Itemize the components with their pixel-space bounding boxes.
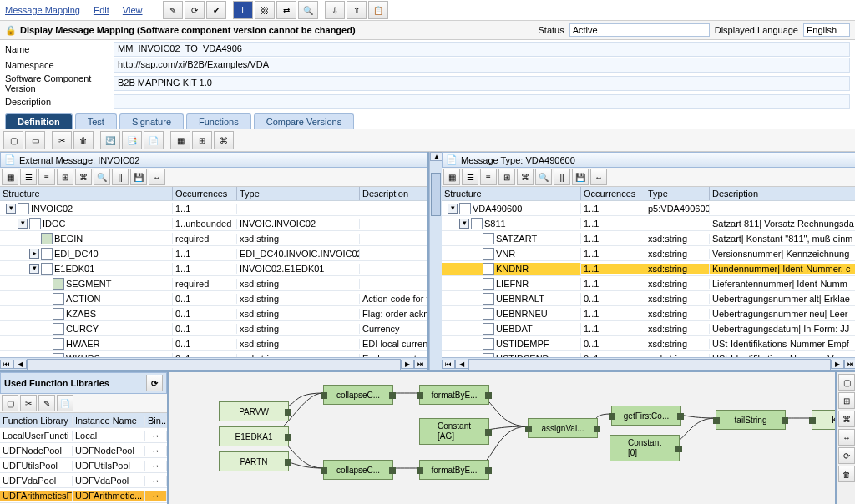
export-icon[interactable]: ⇩ (325, 1, 345, 19)
tgt-tb-1[interactable]: ▦ (443, 169, 460, 185)
lib-rows[interactable]: LocalUserFunctiLocal↔UDFNodePoolUDFNodeP… (0, 428, 167, 504)
menu-view[interactable]: View (123, 5, 143, 15)
refresh-icon[interactable]: ⟳ (185, 1, 205, 19)
tgt-tb-4[interactable]: ⊞ (498, 169, 515, 185)
binding-icon[interactable]: ↔ (151, 476, 160, 486)
src-tb-1[interactable]: ▦ (2, 169, 18, 185)
target-tree[interactable]: ▾ VDA4906001..1p5:VDA490600▾ S8111..1Sat… (442, 201, 855, 357)
tree-row-begin[interactable]: BEGINrequiredxsd:string (0, 231, 428, 246)
tab-test[interactable]: Test (75, 113, 117, 129)
node-format-2[interactable]: formatByE... (419, 460, 489, 480)
tree-row-edi_dc40[interactable]: ▸ EDI_DC401..1EDI_DC40.INVOIC.INVOIC02 (0, 246, 428, 261)
lib-row-localuserfuncti[interactable]: LocalUserFunctiLocal↔ (0, 428, 167, 443)
tgt-tb-3[interactable]: ≡ (480, 169, 497, 185)
tree-row-idoc[interactable]: ▾ IDOC1..unboundedINVOIC.INVOIC02 (0, 216, 428, 231)
tb-delete-icon[interactable]: ▭ (25, 131, 45, 149)
node-e1edka1[interactable]: E1EDKA1 (219, 426, 289, 446)
src-tb-3[interactable]: ≡ (38, 169, 55, 185)
tree-toggle[interactable]: ▾ (448, 204, 458, 214)
tree-row-segment[interactable]: SEGMENTrequiredxsd:string (0, 276, 428, 291)
src-tb-9[interactable]: ↔ (149, 169, 165, 185)
lib-cycle-icon[interactable]: ⟳ (146, 375, 163, 391)
src-tb-2[interactable]: ☰ (20, 169, 37, 185)
src-tb-7[interactable]: || (112, 169, 129, 185)
menu-edit[interactable]: Edit (94, 5, 109, 15)
tgt-tb-7[interactable]: || (554, 169, 570, 185)
tree-row-wkurs[interactable]: WKURS0..1xsd:stringExchange rate (0, 351, 428, 357)
tree-row-ustidempf[interactable]: USTIDEMPF0..1xsd:stringUSt-Identifikatio… (442, 336, 855, 351)
binding-icon[interactable]: ↔ (151, 461, 160, 471)
mapping-canvas[interactable]: PARVW E1EDKA1 PARTN collapseC... collaps… (169, 372, 835, 504)
source-tree[interactable]: ▾ INVOIC021..1▾ IDOC1..unboundedINVOIC.I… (0, 201, 428, 357)
tb-create-icon[interactable]: ▢ (3, 131, 23, 149)
tree-row-uebnralt[interactable]: UEBNRALT0..1xsd:stringUebertragungsnumme… (442, 291, 855, 306)
import-icon[interactable]: ⇧ (347, 1, 367, 19)
lib-del-icon[interactable]: ✂ (20, 395, 37, 411)
node-partn[interactable]: PARTN (219, 451, 289, 471)
tree-row-uebdat[interactable]: UEBDAT1..1xsd:stringUebertragungsdatum| … (442, 321, 855, 336)
ct-2[interactable]: ⊞ (838, 392, 855, 409)
tgt-tb-6[interactable]: 🔍 (535, 169, 552, 185)
binding-icon[interactable]: ↔ (151, 431, 160, 441)
binding-icon[interactable]: ↔ (151, 446, 160, 456)
tgt-tb-5[interactable]: ⌘ (517, 169, 534, 185)
tree-row-action[interactable]: ACTION0..1xsd:stringAction code for the … (0, 291, 428, 306)
target-hscroll[interactable]: ⏮◀▶⏭ (442, 357, 855, 370)
node-parvw[interactable]: PARVW (219, 401, 289, 421)
tb-copy-icon[interactable]: 📑 (122, 131, 142, 149)
tree-toggle[interactable]: ▾ (6, 204, 16, 214)
tree-row-vnr[interactable]: VNR1..1xsd:stringVersionsnummer| Kennzei… (442, 246, 855, 261)
tree-row-s811[interactable]: ▾ S8111..1Satzart 811| Vorsatz Rechnungs… (442, 216, 855, 231)
lib-ed-icon[interactable]: ✎ (38, 395, 55, 411)
source-hscroll[interactable]: ⏮◀▶⏭ (0, 357, 428, 370)
tree-toggle[interactable]: ▸ (29, 249, 39, 259)
lib-doc-icon[interactable]: 📄 (57, 395, 73, 411)
lib-row-udfnodepool[interactable]: UDFNodePoolUDFNodePool↔ (0, 443, 167, 458)
tree-row-hwaer[interactable]: HWAER0..1xsd:stringEDI local currency (0, 336, 428, 351)
tree-toggle[interactable]: ▾ (29, 264, 39, 274)
tree-row-kndnr[interactable]: KNDNR1..1xsd:stringKundennummer| Ident-N… (442, 261, 855, 276)
node-kndnr[interactable]: KNDNR (812, 410, 835, 430)
tree-row-curcy[interactable]: CURCY0..1xsd:stringCurrency (0, 321, 428, 336)
tree-row-e1edk01[interactable]: ▾ E1EDK011..1INVOIC02.E1EDK01 (0, 261, 428, 276)
tree-row-satzart[interactable]: SATZART1..1xsd:stringSatzart| Konstant "… (442, 231, 855, 246)
tb-tree-icon[interactable]: ⊞ (192, 131, 212, 149)
node-constant-ag[interactable]: Constant [AG] (419, 418, 489, 445)
source-vscroll[interactable]: ▲ (429, 152, 442, 370)
lib-row-udfvdapool[interactable]: UDFVdaPoolUDFVdaPool↔ (0, 473, 167, 488)
paste-icon[interactable]: 📋 (368, 1, 388, 19)
ct-5[interactable]: ⟳ (838, 447, 855, 464)
info-icon[interactable]: i (233, 1, 253, 19)
tree-row-uebnrneu[interactable]: UEBNRNEU1..1xsd:stringUebertragungsnumme… (442, 306, 855, 321)
ct-3[interactable]: ⌘ (838, 411, 855, 427)
src-tb-4[interactable]: ⊞ (57, 169, 73, 185)
node-tailstring[interactable]: tailString (716, 410, 786, 430)
tree-row-ustidsend[interactable]: USTIDSEND0..1xsd:stringUSt-Identifikatio… (442, 351, 855, 357)
tab-functions[interactable]: Functions (186, 113, 251, 129)
tab-definition[interactable]: Definition (5, 113, 73, 129)
tgt-tb-9[interactable]: ↔ (590, 169, 607, 185)
tb-layout-icon[interactable]: ▦ (170, 131, 190, 149)
hierarchy-icon[interactable]: ⇄ (276, 1, 296, 19)
tab-signature[interactable]: Signature (119, 113, 184, 129)
src-tb-5[interactable]: ⌘ (75, 169, 92, 185)
tb-trash-icon[interactable]: 🗑 (73, 131, 94, 149)
src-tb-8[interactable]: 💾 (130, 169, 147, 185)
lib-row-udfutilspool[interactable]: UDFUtilsPoolUDFUtilsPool↔ (0, 458, 167, 473)
tree-toggle[interactable]: ▾ (459, 219, 469, 229)
tree-toggle[interactable]: ▾ (18, 219, 28, 229)
tb-new-icon[interactable]: 📄 (144, 131, 164, 149)
menu-msg-mapping[interactable]: Message Mapping (5, 5, 80, 15)
ct-1[interactable]: ▢ (838, 374, 855, 391)
node-assign[interactable]: assignVal... (528, 418, 598, 438)
edit-icon[interactable]: ✎ (163, 1, 183, 19)
check-icon[interactable]: ✔ (206, 1, 226, 19)
ct-6[interactable]: 🗑 (838, 466, 855, 482)
link-icon[interactable]: ⛓ (255, 1, 275, 19)
tree-row-liefnr[interactable]: LIEFNR1..1xsd:stringLieferantennummer| I… (442, 276, 855, 291)
binding-icon[interactable]: ↔ (151, 491, 160, 501)
lib-add-icon[interactable]: ▢ (2, 395, 18, 411)
search-icon[interactable]: 🔍 (298, 1, 318, 19)
node-getfirst[interactable]: getFirstCo... (611, 406, 681, 426)
tb-cut-icon[interactable]: ✂ (52, 131, 72, 149)
